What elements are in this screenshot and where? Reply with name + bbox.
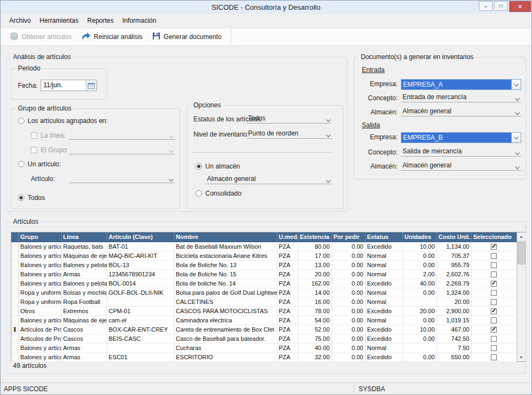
row-selector[interactable] [11,297,18,306]
el-grupo-checkbox[interactable] [31,147,37,153]
cell-umed: PZA [277,269,298,279]
radio-consolidado[interactable] [196,190,202,197]
column-header-estatus[interactable]: Estatus [365,232,403,242]
table-row[interactable]: Balones y artícul Balones y pelotas BOL-… [11,260,516,269]
reiniciar-analisis-button[interactable]: Reiniciar análisis [76,29,147,44]
maximize-button[interactable]: □ [494,1,508,11]
table-row[interactable]: Ropa y uniformes Bolsas y mochilas GOLF-… [11,288,516,297]
column-header-existencia[interactable]: Existencia [298,232,332,242]
seleccionado-checkbox[interactable] [491,299,497,305]
scrollbar-thumb[interactable] [517,242,525,264]
radio-un-almacen[interactable] [196,163,202,170]
seleccionado-checkbox[interactable] [491,354,497,360]
column-header-clave[interactable]: Artículo (Clave) [107,232,174,242]
scroll-down-icon[interactable]: ▼ [517,353,525,361]
column-header-unidades[interactable]: Unidades [403,232,437,242]
table-row[interactable]: Balones y artícul Armas 12345678901234 B… [11,269,516,279]
articulo-combobox[interactable] [69,173,175,183]
table-row[interactable]: Balones y artícul Máquinas de ejer MAQ-B… [11,251,516,260]
close-button[interactable]: ✕ [509,1,531,12]
seleccionado-checkbox[interactable] [491,318,497,323]
salida-empresa-combobox[interactable]: EMPRESA_B [401,132,521,143]
column-header-umed[interactable]: U.med. [277,232,298,242]
combo-dropdown-button[interactable] [511,80,521,89]
seleccionado-checkbox[interactable] [491,253,497,259]
cell-nombre: Careta de entrenamiento de Box Clet [174,325,277,334]
cell-estatus: Excedido [365,334,403,343]
column-header-nombre[interactable]: Nombre [174,232,277,242]
seleccionado-checkbox[interactable] [491,281,497,287]
row-selector[interactable] [11,334,18,343]
menu-herramientas[interactable]: Herramientas [35,15,83,26]
table-row[interactable]: Balones y artícul Máquinas de ejer cam-e… [11,315,516,325]
vertical-scrollbar[interactable]: ▲ ▼ [517,232,525,361]
reiniciar-analisis-label: Reiniciar análisis [94,33,142,41]
seleccionado-checkbox[interactable] [491,290,497,296]
cell-costo: 2,900.00 [437,306,471,315]
generar-documento-button[interactable]: Generar documento [147,29,226,44]
menu-informacion[interactable]: Información [118,15,161,26]
table-row[interactable]: Balones y artícul Raquetas, bats BAT-01 … [11,242,516,251]
cell-umed: PZA [277,242,298,251]
row-selector[interactable] [11,288,18,297]
radio-un-articulo[interactable] [18,161,24,167]
nivel-combobox[interactable]: Punto de reorden [246,128,332,139]
row-selector[interactable] [11,306,18,315]
table-row[interactable]: Otros Extremos CPM-01 CASCOS PARA MOTOCI… [11,306,516,315]
cell-grupo: Balones y artícul [18,260,61,269]
radio-agrupados[interactable] [18,118,24,124]
fecha-field[interactable]: 11/jun. [41,80,97,91]
menu-archivo[interactable]: Archivo [5,15,35,26]
row-selector[interactable] [11,251,18,260]
seleccionado-checkbox[interactable] [491,308,497,314]
minimize-button[interactable]: – [479,1,492,11]
seleccionado-checkbox[interactable] [491,271,497,277]
row-selector[interactable] [11,325,18,334]
estatus-combobox[interactable]: Todos [246,113,332,124]
linea-combobox[interactable] [69,129,175,140]
combo-dropdown-button[interactable] [511,133,521,143]
table-row[interactable]: Artículos de Prot Cascos BEIS-CASC Casco… [11,334,516,343]
menu-reportes[interactable]: Reportes [83,15,118,26]
entrada-empresa-combobox[interactable]: EMPRESA_A [401,79,521,90]
cell-linea: Máquinas de ejer [61,251,107,260]
entrada-concepto-combobox[interactable]: Entrada de mercancía [401,92,521,102]
seleccionado-checkbox[interactable] [491,336,497,342]
statusbar: APPS SICODE SYSDBA [1,383,531,394]
restart-arrow-icon [81,32,90,42]
seleccionado-checkbox[interactable] [491,327,497,333]
entrada-almacen-combobox[interactable]: Almacén general [401,106,521,116]
column-header-costo[interactable]: Costo Unit. [437,232,471,242]
salida-concepto-combobox[interactable]: Salida de mercancía [401,146,521,157]
column-header-linea[interactable]: Línea [61,232,107,242]
cell-costo: 1,019.15 [437,315,471,325]
table-row[interactable]: Artículos de Prot Cascos BOX-CAR-ENT-CRE… [11,325,516,334]
seleccionado-checkbox[interactable] [491,244,497,250]
obtener-articulos-button[interactable]: Obtener artículos [5,29,76,45]
salida-almacen-combobox[interactable]: Almacén general [401,160,521,171]
seleccionado-checkbox[interactable] [491,262,497,268]
radio-todos[interactable] [18,195,24,201]
row-selector[interactable] [11,315,18,325]
row-selector[interactable] [11,279,18,288]
seleccionado-checkbox[interactable] [491,345,497,351]
table-row[interactable]: Balones y artícul Armas ESC01 ESCRITORIO… [11,352,516,361]
row-selector[interactable] [11,343,18,352]
table-row[interactable]: Balones y artícul Balones y pelotas BOL-… [11,279,516,288]
column-header-grupo[interactable]: Grupo [18,232,61,242]
row-selector[interactable] [11,269,18,279]
articles-grid: Grupo Línea Artículo (Clave) Nombre U.me… [11,232,525,362]
titlebar[interactable]: SICODE - Consultoría y Desarrollo [1,1,531,14]
la-linea-checkbox[interactable] [31,132,37,139]
table-row[interactable]: Ropa y uniformes Ropa Football CALCETINE… [11,297,516,306]
row-selector[interactable] [11,352,18,361]
scroll-up-icon[interactable]: ▲ [517,232,525,241]
calendar-picker-button[interactable] [86,80,96,90]
almacen-combobox[interactable]: Almacén general [205,174,332,184]
column-header-seleccionado[interactable]: Seleccionado [471,232,516,242]
table-row[interactable]: Balones y artícul Armas Cucharas PZA 40.… [11,343,516,352]
grupo-combobox[interactable] [69,144,175,154]
column-header-por-pedir[interactable]: Por pedir [332,232,365,242]
row-selector[interactable] [11,242,18,251]
row-selector[interactable] [11,260,18,269]
